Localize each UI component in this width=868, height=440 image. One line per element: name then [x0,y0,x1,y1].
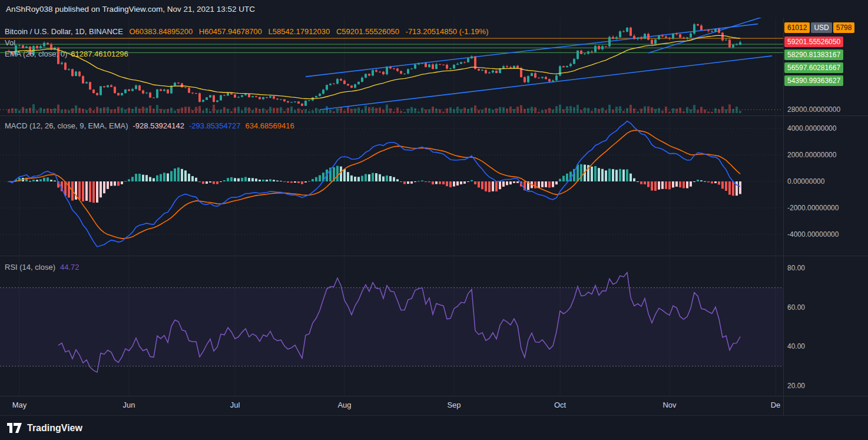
time-axis-label: May [12,401,27,409]
price-line-value-label: 28000.00000000 [787,105,840,114]
macd-axis-label: 4000.00000000 [787,124,836,133]
time-axis-label: Jul [230,401,240,409]
panel-separator[interactable] [0,115,868,116]
close-value: 59201.55526050 [342,27,399,36]
rsi-chart[interactable] [0,256,783,396]
time-axis-label: Oct [554,401,566,409]
macd-axis-label: 0.00000000 [787,177,824,186]
macd-axis-label: -4000.00000000 [787,230,839,239]
open-label: O [129,27,135,36]
macd-axis-label: 2000.00000000 [787,150,836,160]
open-value: 60383.84895200 [135,27,193,36]
close-label: C [336,27,342,36]
tradingview-snapshot: AnShRoy038 published on TradingView.com,… [0,0,868,440]
time-axis-label: De [771,401,781,409]
level-price-label: 56597.60281667 [784,62,843,73]
change-value: -713.20514850 (-1.19%) [406,27,489,36]
high-value: 60457.94678700 [204,27,262,36]
footer: TradingView [0,415,868,440]
currency-toggle[interactable]: USD [811,22,831,33]
price-legend: Bitcoin / U.S. Dollar, 1D, BINANCE O6038… [5,26,488,59]
macd-line-value: -293.85354727 [189,121,240,130]
level-price-label: 58290.81383167 [784,49,843,60]
price-scale[interactable]: 61012 USD 5798 59201.55526050 58290.8138… [784,0,868,440]
symbol-title[interactable]: Bitcoin / U.S. Dollar, 1D, BINANCE [5,27,123,36]
ema-value: 61287.46101296 [71,49,128,58]
time-axis-label: Nov [662,401,676,409]
macd-axis-label: -2000.00000000 [787,203,839,213]
rsi-axis-label: 20.00 [787,381,805,391]
axis-price-chip: 5798 [833,22,855,33]
rsi-value: 44.72 [60,263,79,272]
time-axis-label: Sep [447,401,460,409]
last-price-label: 59201.55526050 [784,37,843,47]
macd-signal-value: 634.68569416 [245,121,294,130]
level-price-label: 54390.99363627 [784,75,843,86]
volume-indicator-label[interactable]: Vol [5,38,15,47]
panel-separator[interactable] [0,256,868,256]
axis-price-chip: 61012 [784,22,810,33]
low-value: 58542.17912030 [273,27,330,36]
attribution-bar: AnShRoy038 published on TradingView.com,… [0,0,868,18]
ema-indicator-label[interactable]: EMA (26, close, 0) [5,49,67,58]
axis-chip-row: 61012 USD 5798 [784,22,854,33]
low-label: L [268,27,272,36]
time-axis-label: Jun [123,401,135,409]
time-axis[interactable]: MayJunJulAugSepOctNovDe [0,396,868,415]
time-axis-label: Aug [337,401,351,409]
macd-legend: MACD (12, 26, close, 9, EMA, EMA)-928.53… [5,121,294,130]
rsi-axis-label: 80.00 [787,263,805,273]
macd-histogram-value: -928.53924142 [133,121,184,130]
tradingview-logo-icon [7,423,22,433]
macd-chart[interactable] [0,115,783,256]
high-label: H [199,27,204,36]
attribution-text: AnShRoy038 published on TradingView.com,… [6,5,255,14]
rsi-indicator-label[interactable]: RSI (14, close) [5,263,55,272]
rsi-legend: RSI (14, close)44.72 [5,263,79,272]
rsi-axis-label: 60.00 [787,303,805,312]
macd-indicator-label[interactable]: MACD (12, 26, close, 9, EMA, EMA) [5,121,128,130]
brand-name: TradingView [27,423,82,434]
rsi-axis-label: 40.00 [787,342,805,351]
tradingview-logo-link[interactable]: TradingView [7,423,82,434]
